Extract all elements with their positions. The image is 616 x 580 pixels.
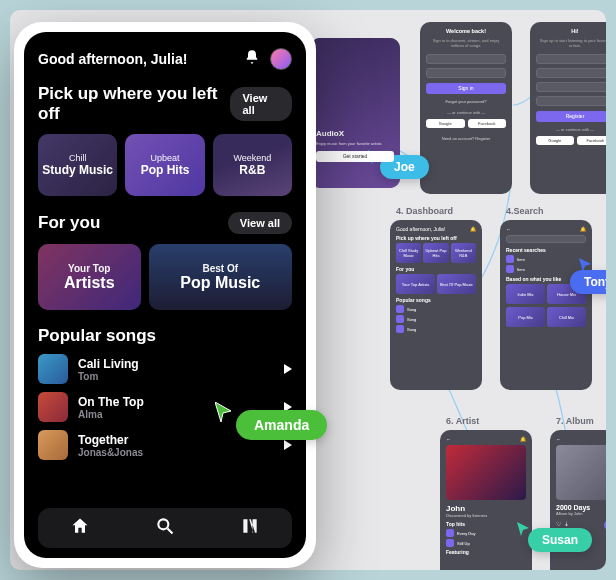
artboard-search[interactable]: 4.Search ←🔔 Recent searches Item Item Ba…: [500, 220, 592, 390]
song-thumb: [38, 354, 68, 384]
tile-pop-music[interactable]: Best Of Pop Music: [149, 244, 293, 310]
register-facebook[interactable]: Facebook: [577, 136, 607, 145]
register-google[interactable]: Google: [536, 136, 574, 145]
signin-username[interactable]: [426, 54, 506, 64]
resume-tiles: Chill Study Music Upbeat Pop Hits Weeken…: [38, 134, 292, 196]
signin-google[interactable]: Google: [426, 119, 465, 128]
song-artist: Tom: [78, 371, 274, 382]
signin-forgot[interactable]: Forgot your password?: [426, 99, 506, 104]
section-title-foryou: For you: [38, 213, 100, 233]
home-icon[interactable]: [70, 516, 90, 540]
tile-pop-hits[interactable]: Upbeat Pop Hits: [125, 134, 204, 196]
artboard-dashboard[interactable]: 4. Dashboard Good afternoon, Julia!🔔 Pic…: [390, 220, 482, 390]
play-icon[interactable]: [284, 364, 292, 374]
song-title: Cali Living: [78, 357, 274, 371]
song-thumb: [38, 430, 68, 460]
register-button[interactable]: Register: [536, 111, 606, 122]
search-mini-input[interactable]: [506, 235, 586, 243]
artboard-label: 4.Search: [506, 206, 544, 216]
bell-icon[interactable]: [244, 49, 260, 69]
view-all-foryou[interactable]: View all: [228, 212, 292, 234]
library-icon[interactable]: [240, 516, 260, 540]
album-title: 2000 Days: [556, 504, 606, 511]
onboarding-title: AudioX: [316, 129, 394, 138]
bottom-nav: [38, 508, 292, 548]
avatar[interactable]: [270, 48, 292, 70]
section-title-resume: Pick up where you left off: [38, 84, 230, 124]
onboarding-sub: Enjoy music from your favorite artists: [316, 141, 394, 146]
cursor-label-susan: Susan: [528, 528, 592, 552]
artboard-signin[interactable]: Welcome back! Sign in to discover, strea…: [420, 22, 512, 194]
cursor-label-amanda: Amanda: [236, 410, 327, 440]
greeting-text: Good afternoon, Julia!: [38, 51, 187, 67]
signin-sub: Sign in to discover, stream, and enjoy m…: [426, 38, 506, 48]
signin-title: Welcome back!: [426, 28, 506, 34]
tile-study-music[interactable]: Chill Study Music: [38, 134, 117, 196]
register-confirm[interactable]: [536, 82, 606, 92]
tile-top-artists[interactable]: Your Top Artists: [38, 244, 141, 310]
play-icon[interactable]: [284, 440, 292, 450]
tile-rnb[interactable]: Weekend R&B: [213, 134, 292, 196]
svg-point-2: [158, 519, 168, 529]
song-artist: Jonas&Jonas: [78, 447, 274, 458]
signin-button[interactable]: Sign in: [426, 83, 506, 94]
signin-facebook[interactable]: Facebook: [468, 119, 507, 128]
signin-register-link[interactable]: Need an account? Register: [426, 136, 506, 141]
artboard-label: 4. Dashboard: [396, 206, 453, 216]
cursor-label-tony: Tony: [570, 270, 606, 294]
onboarding-cta[interactable]: Get started: [316, 151, 394, 162]
register-password[interactable]: [536, 68, 606, 78]
artist-name: John: [446, 504, 526, 513]
song-title: On The Top: [78, 395, 274, 409]
song-thumb: [38, 392, 68, 422]
view-all-resume[interactable]: View all: [230, 87, 292, 121]
phone-frame: Good afternoon, Julia! Pick up where you…: [14, 22, 316, 568]
section-title-popular: Popular songs: [38, 326, 156, 346]
search-icon[interactable]: [155, 516, 175, 540]
register-sub: Sign up to start listening to your favor…: [536, 38, 606, 48]
register-username[interactable]: [536, 54, 606, 64]
artboard-register[interactable]: Hi! Sign up to start listening to your f…: [530, 22, 606, 194]
svg-line-3: [167, 529, 172, 534]
register-title: Hi!: [536, 28, 606, 34]
song-row[interactable]: Cali Living Tom: [38, 354, 292, 384]
register-email[interactable]: [536, 96, 606, 106]
signin-password[interactable]: [426, 68, 506, 78]
artboard-artist[interactable]: 6. Artist ←🔔 John Discovered by listener…: [440, 430, 532, 570]
phone-screen[interactable]: Good afternoon, Julia! Pick up where you…: [24, 32, 306, 558]
foryou-tiles: Your Top Artists Best Of Pop Music: [38, 244, 292, 310]
